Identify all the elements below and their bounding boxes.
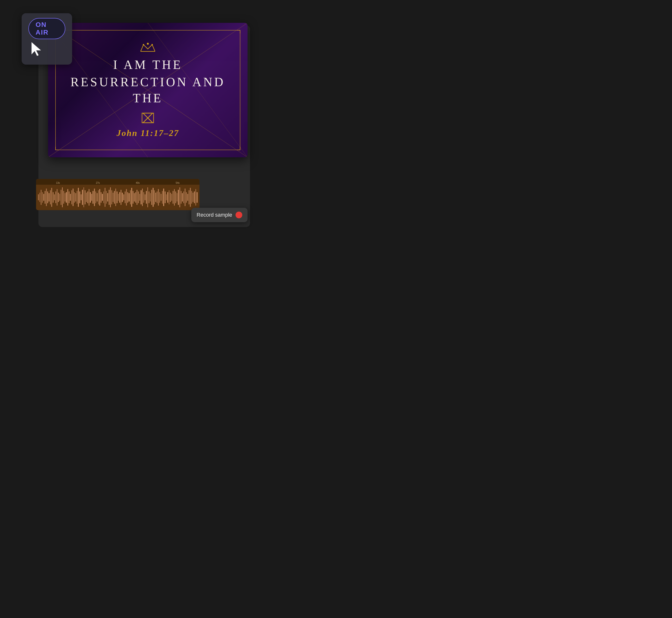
wave-bar xyxy=(146,191,147,204)
wave-bar xyxy=(75,193,76,201)
director-chair-icon xyxy=(141,111,155,126)
wave-bar xyxy=(122,193,123,202)
crown-icon xyxy=(140,42,156,54)
wave-bar xyxy=(186,192,187,203)
wave-bar xyxy=(128,192,129,203)
wave-bar xyxy=(129,193,130,201)
wave-bar xyxy=(178,190,179,205)
wave-bar xyxy=(81,194,82,200)
wave-bar xyxy=(49,193,50,201)
wave-bar xyxy=(163,189,164,206)
wave-bar xyxy=(134,193,135,201)
wave-bar xyxy=(78,188,79,207)
scene-container: ON AIR xyxy=(19,11,250,236)
cursor-arrow xyxy=(30,42,44,58)
wave-bar xyxy=(165,191,166,203)
wave-bar xyxy=(115,189,116,206)
wave-bar xyxy=(89,189,90,205)
on-air-card: ON AIR xyxy=(22,13,72,65)
wave-bar xyxy=(71,190,72,204)
wave-bar xyxy=(110,187,111,207)
wave-bar xyxy=(67,189,68,205)
wave-bar xyxy=(77,191,78,204)
wave-bar xyxy=(133,191,134,204)
wave-bar xyxy=(74,192,75,203)
wave-bar xyxy=(82,190,83,205)
record-sample-button[interactable]: Record sample xyxy=(191,208,248,222)
wave-bar xyxy=(125,191,126,203)
wave-bar xyxy=(38,194,39,200)
wave-bar xyxy=(51,188,52,207)
ruler-40s: 40s xyxy=(136,182,140,184)
svg-point-6 xyxy=(147,43,149,45)
wave-bar xyxy=(103,191,104,203)
wave-bar xyxy=(101,192,102,203)
wave-bar xyxy=(69,191,70,203)
wave-bar xyxy=(63,191,64,204)
wave-bar xyxy=(57,189,58,205)
wave-bar xyxy=(95,191,96,203)
wave-bar xyxy=(185,189,185,206)
record-dot-icon xyxy=(236,212,242,218)
wave-bar xyxy=(73,189,74,206)
wave-bar xyxy=(121,190,121,205)
ruler-27s: 27s xyxy=(96,182,100,184)
wave-bar xyxy=(151,190,152,205)
wave-bar xyxy=(138,191,139,203)
wave-bar xyxy=(141,190,142,204)
presentation-slide: I AM THE RESURRECTION AND THE John 11 xyxy=(48,23,248,157)
wave-bar xyxy=(137,190,138,205)
wave-bar xyxy=(145,194,146,200)
wave-bar xyxy=(54,194,55,200)
wave-bar xyxy=(119,192,120,203)
wave-bar xyxy=(192,193,193,202)
wave-bar xyxy=(170,193,171,202)
wave-bar xyxy=(135,192,136,203)
wave-bar xyxy=(91,194,92,201)
wave-bar xyxy=(167,192,168,203)
wave-bar xyxy=(187,194,188,201)
wave-bar xyxy=(97,193,98,201)
wave-bar xyxy=(109,190,109,205)
wave-bar xyxy=(114,191,115,204)
wave-bar xyxy=(175,191,176,203)
wave-bar xyxy=(61,190,62,205)
wave-bar xyxy=(153,188,154,207)
wave-bar xyxy=(107,193,108,201)
waveform-ruler: 13s 27s 40s 54s xyxy=(36,179,199,185)
wave-bar xyxy=(116,191,117,203)
wave-bar xyxy=(166,194,167,200)
wave-bar xyxy=(191,191,192,204)
on-air-pill[interactable]: ON AIR xyxy=(28,18,65,39)
wave-bar xyxy=(113,193,114,202)
slide-reference: John 11:17–27 xyxy=(116,128,179,138)
wave-bar xyxy=(140,194,140,201)
wave-bar xyxy=(147,187,148,207)
wave-bar xyxy=(131,188,132,207)
wave-bar xyxy=(43,194,44,201)
wave-bar xyxy=(194,191,195,203)
wave-bar xyxy=(171,194,172,201)
wave-bar xyxy=(45,191,46,204)
wave-bar xyxy=(87,191,88,203)
wave-bar xyxy=(111,190,112,204)
wave-bar xyxy=(59,194,60,201)
wave-bar xyxy=(150,193,151,201)
wave-bar xyxy=(102,194,103,201)
wave-bar xyxy=(169,190,170,204)
wave-bar xyxy=(157,191,158,203)
wave-bar xyxy=(174,189,175,205)
wave-bar xyxy=(182,193,183,201)
wave-bar xyxy=(195,189,196,205)
wave-bar xyxy=(46,189,47,206)
wave-bar xyxy=(106,191,107,204)
wave-bar xyxy=(65,193,66,201)
wave-bar xyxy=(143,192,144,203)
wave-bar xyxy=(142,189,143,206)
ruler-marks: 13s 27s 40s 54s xyxy=(38,182,197,184)
wave-bar xyxy=(162,191,163,204)
waveform-container[interactable]: 13s 27s 40s 54s xyxy=(36,179,199,210)
wave-bar xyxy=(104,188,105,207)
svg-point-8 xyxy=(151,44,153,45)
wave-bar xyxy=(181,191,182,204)
